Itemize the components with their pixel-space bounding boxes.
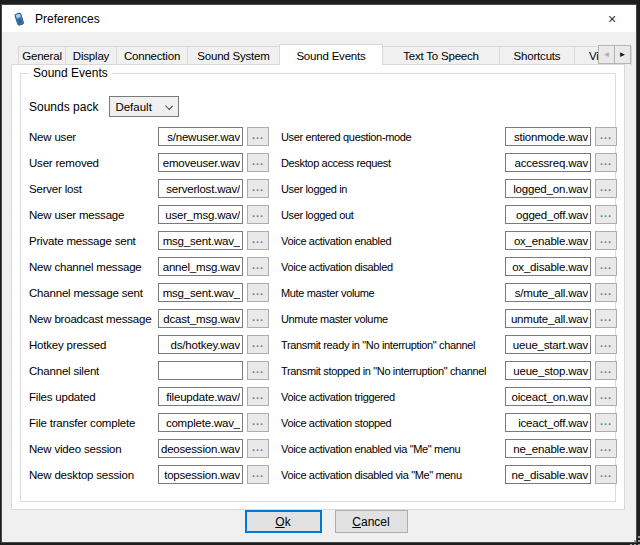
sounds-pack-select[interactable]: Default — [109, 96, 179, 117]
browse-button[interactable]: ... — [247, 309, 269, 328]
sound-event-label: Channel message sent — [29, 287, 158, 299]
tab-3[interactable]: Sound System — [187, 46, 280, 65]
sound-file-input[interactable] — [158, 257, 243, 276]
browse-button[interactable]: ... — [247, 439, 269, 458]
sound-event-row: File transfer complete ... — [29, 413, 269, 432]
sound-file-input[interactable] — [505, 413, 591, 432]
sound-file-input[interactable] — [158, 153, 243, 172]
browse-button[interactable]: ... — [247, 179, 269, 198]
sound-file-input[interactable] — [505, 387, 591, 406]
sound-event-row: New user message ... — [29, 205, 269, 224]
sound-file-input[interactable] — [505, 257, 591, 276]
sound-file-input[interactable] — [505, 309, 591, 328]
browse-button[interactable]: ... — [247, 413, 269, 432]
resize-grip[interactable] — [630, 536, 632, 538]
browse-button[interactable]: ... — [595, 335, 617, 354]
browse-button[interactable]: ... — [595, 309, 617, 328]
sound-event-label: Files updated — [29, 391, 158, 403]
sound-file-input[interactable] — [158, 127, 243, 146]
sound-event-row: Transmit stopped in "No interruption" ch… — [281, 361, 617, 380]
ok-button[interactable]: Ok — [245, 510, 322, 533]
sound-event-row: Voice activation enabled ... — [281, 231, 617, 250]
groupbox-title: Sound Events — [29, 66, 112, 80]
sound-file-input[interactable] — [505, 335, 591, 354]
sound-file-input[interactable] — [158, 179, 243, 198]
sound-file-input[interactable] — [158, 205, 243, 224]
browse-button[interactable]: ... — [247, 205, 269, 224]
sound-file-input[interactable] — [158, 361, 243, 380]
browse-button[interactable]: ... — [247, 335, 269, 354]
tab-1[interactable]: Display — [65, 46, 117, 65]
tab-4[interactable]: Sound Events — [279, 44, 383, 65]
tab-2[interactable]: Connection — [116, 46, 188, 65]
sound-file-input[interactable] — [158, 283, 243, 302]
tab-scroll-right-icon[interactable]: ► — [614, 45, 631, 64]
sound-event-label: New channel message — [29, 261, 158, 273]
sound-file-input[interactable] — [505, 465, 591, 484]
sound-event-label: Voice activation enabled via "Me" menu — [281, 443, 505, 455]
sound-file-input[interactable] — [158, 387, 243, 406]
browse-button[interactable]: ... — [595, 153, 617, 172]
sound-file-input[interactable] — [158, 309, 243, 328]
close-icon[interactable]: × — [602, 9, 622, 29]
sound-file-input[interactable] — [505, 283, 591, 302]
tab-5[interactable]: Text To Speech — [382, 46, 500, 65]
sound-event-row: User logged in ... — [281, 179, 617, 198]
browse-button[interactable]: ... — [595, 179, 617, 198]
browse-button[interactable]: ... — [595, 439, 617, 458]
browse-button[interactable]: ... — [595, 465, 617, 484]
sound-file-input[interactable] — [158, 413, 243, 432]
sound-event-label: Voice activation enabled — [281, 235, 505, 247]
sound-file-input[interactable] — [505, 127, 591, 146]
sound-event-row: Voice activation enabled via "Me" menu .… — [281, 439, 617, 458]
tab-scroll-left-icon[interactable]: ◄ — [598, 45, 615, 64]
sound-event-row: Voice activation disabled ... — [281, 257, 617, 276]
sound-event-label: Hotkey pressed — [29, 339, 158, 351]
sound-file-input[interactable] — [158, 465, 243, 484]
window-title: Preferences — [35, 12, 100, 26]
sound-event-row: New desktop session ... — [29, 465, 269, 484]
sound-file-input[interactable] — [505, 361, 591, 380]
tab-0[interactable]: General — [18, 46, 66, 65]
sound-event-label: Server lost — [29, 183, 158, 195]
sound-event-label: Voice activation disabled via "Me" menu — [281, 469, 505, 481]
browse-button[interactable]: ... — [595, 413, 617, 432]
sound-event-label: Voice activation triggered — [281, 391, 505, 403]
sound-file-input[interactable] — [505, 153, 591, 172]
sound-file-input[interactable] — [158, 439, 243, 458]
browse-button[interactable]: ... — [247, 361, 269, 380]
sound-file-input[interactable] — [505, 179, 591, 198]
tab-6[interactable]: Shortcuts — [499, 46, 575, 65]
browse-button[interactable]: ... — [595, 205, 617, 224]
sound-event-label: Transmit ready in "No interruption" chan… — [281, 339, 505, 351]
browse-button[interactable]: ... — [595, 387, 617, 406]
browse-button[interactable]: ... — [247, 465, 269, 484]
sound-event-row: Voice activation triggered ... — [281, 387, 617, 406]
sound-event-row: User removed ... — [29, 153, 269, 172]
sound-event-row: Transmit ready in "No interruption" chan… — [281, 335, 617, 354]
browse-button[interactable]: ... — [595, 361, 617, 380]
browse-button[interactable]: ... — [247, 231, 269, 250]
sound-file-input[interactable] — [505, 439, 591, 458]
cancel-button[interactable]: Cancel — [335, 510, 408, 533]
sound-file-input[interactable] — [158, 231, 243, 250]
sound-event-label: User logged out — [281, 209, 505, 221]
sound-file-input[interactable] — [158, 335, 243, 354]
ok-button-label: Ok — [275, 515, 290, 529]
browse-button[interactable]: ... — [247, 387, 269, 406]
browse-button[interactable]: ... — [595, 257, 617, 276]
browse-button[interactable]: ... — [247, 153, 269, 172]
browse-button[interactable]: ... — [595, 127, 617, 146]
browse-button[interactable]: ... — [247, 127, 269, 146]
sound-event-row: Server lost ... — [29, 179, 269, 198]
browse-button[interactable]: ... — [247, 283, 269, 302]
browse-button[interactable]: ... — [247, 257, 269, 276]
sound-event-row: User entered question-mode ... — [281, 127, 617, 146]
browse-button[interactable]: ... — [595, 231, 617, 250]
sound-file-input[interactable] — [505, 231, 591, 250]
sound-file-input[interactable] — [505, 205, 591, 224]
sounds-pack-label: Sounds pack — [29, 100, 98, 114]
sound-event-label: Desktop access request — [281, 157, 505, 169]
sound-event-label: Unmute master volume — [281, 313, 505, 325]
browse-button[interactable]: ... — [595, 283, 617, 302]
